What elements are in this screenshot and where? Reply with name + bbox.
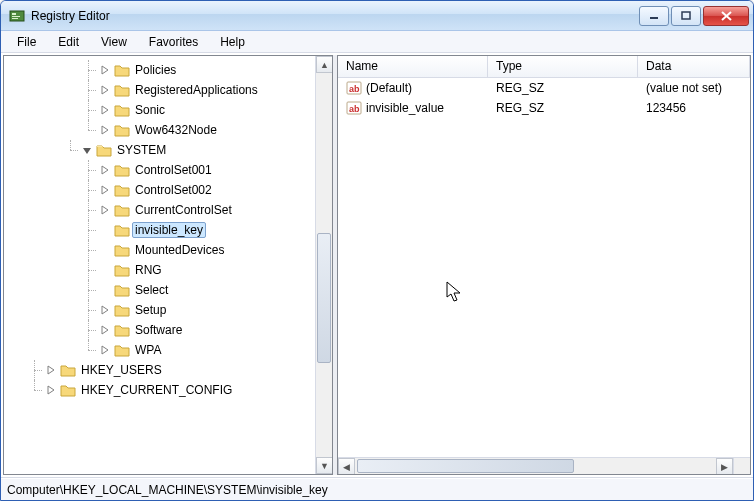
svg-text:ab: ab <box>349 104 360 114</box>
tree-node[interactable]: WPA <box>98 340 330 360</box>
tree-node-hkey-current-config[interactable]: HKEY_CURRENT_CONFIG <box>44 380 330 400</box>
tree-node-label: Software <box>132 322 185 338</box>
svg-text:ab: ab <box>349 84 360 94</box>
menu-view[interactable]: View <box>91 33 137 51</box>
folder-icon <box>114 303 130 317</box>
expand-spacer <box>98 223 112 237</box>
col-header-data[interactable]: Data <box>638 56 750 77</box>
minimize-button[interactable] <box>639 6 669 26</box>
scroll-track[interactable] <box>355 458 716 474</box>
folder-icon <box>114 343 130 357</box>
expand-icon[interactable] <box>98 123 112 137</box>
tree-node-label: RNG <box>132 262 165 278</box>
folder-icon <box>96 143 112 157</box>
expand-icon[interactable] <box>98 203 112 217</box>
scroll-up-icon[interactable]: ▲ <box>316 56 333 73</box>
folder-icon <box>114 283 130 297</box>
collapse-icon[interactable] <box>80 143 94 157</box>
folder-icon <box>114 103 130 117</box>
scroll-thumb[interactable] <box>357 459 574 473</box>
tree-node-label: ControlSet002 <box>132 182 215 198</box>
value-data: 123456 <box>646 101 686 115</box>
menu-edit[interactable]: Edit <box>48 33 89 51</box>
expand-icon[interactable] <box>98 103 112 117</box>
tree-node[interactable]: invisible_key <box>98 220 330 240</box>
folder-icon <box>114 183 130 197</box>
folder-icon <box>114 223 130 237</box>
list-header[interactable]: Name Type Data <box>338 56 750 78</box>
expand-icon[interactable] <box>98 63 112 77</box>
tree-node-label: SYSTEM <box>114 142 169 158</box>
tree-node[interactable]: Software <box>98 320 330 340</box>
tree-panel[interactable]: PoliciesRegisteredApplicationsSonicWow64… <box>3 55 333 475</box>
tree-node-label: WPA <box>132 342 164 358</box>
scroll-down-icon[interactable]: ▼ <box>316 457 333 474</box>
tree-node[interactable]: CurrentControlSet <box>98 200 330 220</box>
folder-icon <box>114 163 130 177</box>
scroll-right-icon[interactable]: ▶ <box>716 458 733 475</box>
tree-node-label: ControlSet001 <box>132 162 215 178</box>
tree-node-label: Sonic <box>132 102 168 118</box>
folder-icon <box>60 363 76 377</box>
list-row[interactable]: abinvisible_valueREG_SZ123456 <box>338 98 750 118</box>
svg-rect-5 <box>682 12 690 19</box>
menu-help[interactable]: Help <box>210 33 255 51</box>
status-path: Computer\HKEY_LOCAL_MACHINE\SYSTEM\invis… <box>7 483 328 497</box>
expand-icon[interactable] <box>98 303 112 317</box>
expand-icon[interactable] <box>98 183 112 197</box>
scroll-left-icon[interactable]: ◀ <box>338 458 355 475</box>
tree-scrollbar[interactable]: ▲ ▼ <box>315 56 332 474</box>
tree-node[interactable]: Select <box>98 280 330 300</box>
value-type: REG_SZ <box>496 81 544 95</box>
folder-icon <box>60 383 76 397</box>
expand-icon[interactable] <box>98 323 112 337</box>
values-panel: Name Type Data ab(Default)REG_SZ(value n… <box>337 55 751 475</box>
expand-icon[interactable] <box>44 383 58 397</box>
tree-node[interactable]: RegisteredApplications <box>98 80 330 100</box>
maximize-button[interactable] <box>671 6 701 26</box>
registry-tree[interactable]: PoliciesRegisteredApplicationsSonicWow64… <box>6 60 330 400</box>
tree-node-label: HKEY_CURRENT_CONFIG <box>78 382 235 398</box>
list-hscrollbar[interactable]: ◀ ▶ <box>338 457 733 474</box>
tree-node[interactable]: Policies <box>98 60 330 80</box>
expand-spacer <box>98 243 112 257</box>
list-body[interactable]: ab(Default)REG_SZ(value not set)abinvisi… <box>338 78 750 474</box>
tree-node[interactable]: Wow6432Node <box>98 120 330 140</box>
value-name: (Default) <box>366 81 412 95</box>
scroll-track[interactable] <box>316 73 332 457</box>
tree-node[interactable]: ControlSet002 <box>98 180 330 200</box>
expand-icon[interactable] <box>98 343 112 357</box>
tree-node-hkey-users[interactable]: HKEY_USERS <box>44 360 330 380</box>
scroll-thumb[interactable] <box>317 233 331 363</box>
tree-node[interactable]: ControlSet001 <box>98 160 330 180</box>
scroll-corner <box>733 457 750 474</box>
titlebar[interactable]: Registry Editor <box>1 1 753 31</box>
tree-node-label: RegisteredApplications <box>132 82 261 98</box>
folder-icon <box>114 203 130 217</box>
menu-file[interactable]: File <box>7 33 46 51</box>
tree-node[interactable]: Sonic <box>98 100 330 120</box>
menubar: File Edit View Favorites Help <box>1 31 753 53</box>
tree-node-label: Policies <box>132 62 179 78</box>
expand-icon[interactable] <box>98 83 112 97</box>
list-row[interactable]: ab(Default)REG_SZ(value not set) <box>338 78 750 98</box>
tree-node-label: MountedDevices <box>132 242 227 258</box>
close-button[interactable] <box>703 6 749 26</box>
tree-node[interactable]: Setup <box>98 300 330 320</box>
col-header-name[interactable]: Name <box>338 56 488 77</box>
body: PoliciesRegisteredApplicationsSonicWow64… <box>1 53 753 478</box>
expand-spacer <box>98 283 112 297</box>
folder-icon <box>114 243 130 257</box>
menu-favorites[interactable]: Favorites <box>139 33 208 51</box>
tree-node-system[interactable]: SYSTEM <box>80 140 330 160</box>
statusbar: Computer\HKEY_LOCAL_MACHINE\SYSTEM\invis… <box>1 478 753 500</box>
tree-node[interactable]: MountedDevices <box>98 240 330 260</box>
expand-icon[interactable] <box>44 363 58 377</box>
tree-node-label: Setup <box>132 302 169 318</box>
tree-node[interactable]: RNG <box>98 260 330 280</box>
expand-icon[interactable] <box>98 163 112 177</box>
app-icon <box>9 8 25 24</box>
value-type: REG_SZ <box>496 101 544 115</box>
tree-node-label: Wow6432Node <box>132 122 220 138</box>
col-header-type[interactable]: Type <box>488 56 638 77</box>
